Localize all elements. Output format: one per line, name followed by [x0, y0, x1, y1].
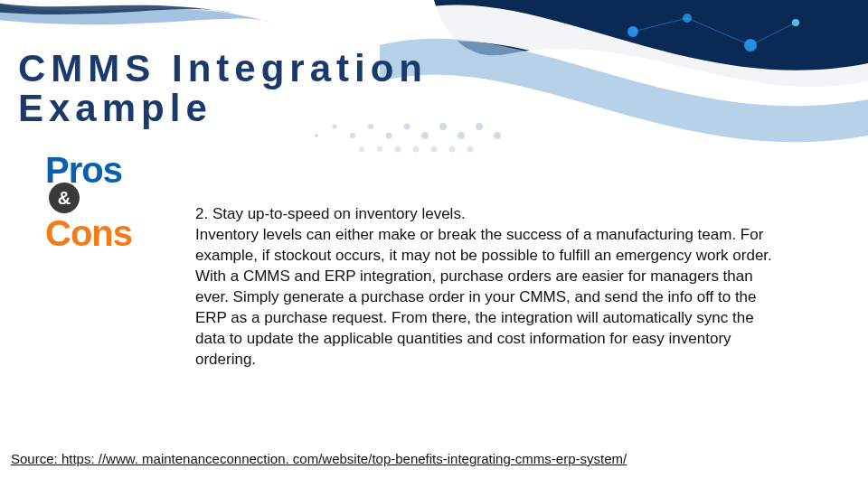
- page-title: CMMS Integration Example: [18, 49, 428, 128]
- source-label: Source:: [11, 451, 61, 466]
- body-paragraph-2: With a CMMS and ERP integration, purchas…: [195, 267, 774, 371]
- svg-point-2: [744, 39, 757, 52]
- svg-point-24: [467, 146, 474, 153]
- svg-point-15: [458, 132, 465, 139]
- svg-point-17: [494, 132, 501, 139]
- svg-point-21: [413, 146, 420, 153]
- ampersand-badge: &: [49, 183, 80, 213]
- svg-point-9: [350, 133, 355, 138]
- body-text: 2. Stay up-to-speed on inventory levels.…: [195, 204, 774, 371]
- pros-and-cons-graphic: Pros & Cons: [45, 154, 172, 249]
- title-line-1: CMMS Integration: [18, 47, 428, 89]
- svg-point-22: [431, 146, 438, 153]
- svg-point-3: [792, 19, 799, 26]
- cons-label: Cons: [45, 217, 172, 249]
- svg-point-1: [683, 14, 692, 23]
- svg-point-23: [449, 146, 456, 153]
- svg-line-6: [750, 23, 796, 45]
- svg-point-16: [476, 123, 483, 130]
- pros-label: Pros: [45, 154, 172, 186]
- svg-point-19: [377, 146, 382, 152]
- svg-point-7: [315, 134, 318, 137]
- svg-line-4: [633, 18, 687, 32]
- svg-line-5: [687, 18, 750, 45]
- svg-point-11: [386, 133, 392, 139]
- source-url: https: //www. maintenanceconnection. com…: [61, 451, 627, 466]
- title-line-2: Example: [18, 87, 212, 129]
- body-heading: 2. Stay up-to-speed on inventory levels.: [195, 204, 774, 225]
- body-paragraph-1: Inventory levels can either make or brea…: [195, 225, 774, 267]
- svg-point-14: [439, 123, 447, 130]
- slide: CMMS Integration Example Pros & Cons 2. …: [0, 0, 868, 488]
- svg-point-13: [421, 132, 429, 139]
- svg-point-18: [359, 146, 364, 152]
- svg-point-0: [627, 26, 638, 37]
- svg-point-20: [395, 146, 401, 153]
- source-citation: Source: https: //www. maintenanceconnect…: [11, 451, 627, 466]
